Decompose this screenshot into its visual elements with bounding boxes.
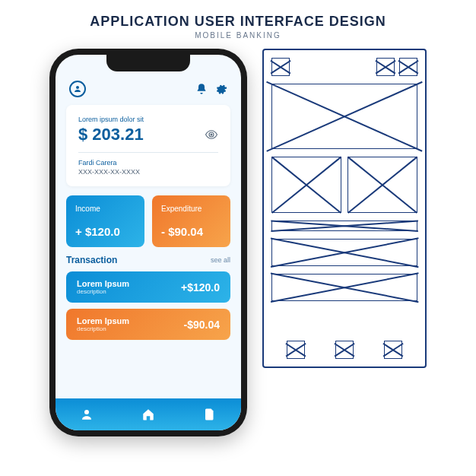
wireframe-box	[287, 341, 305, 359]
expenditure-card[interactable]: Expenditure - $90.04	[152, 195, 230, 247]
wireframe-box	[384, 341, 402, 359]
bottom-nav	[56, 398, 241, 430]
transaction-row[interactable]: Lorem Ipsum description -$90.04	[66, 309, 230, 340]
stats-row: Income + $120.0 Expenditure - $90.04	[66, 195, 230, 247]
income-value: + $120.0	[75, 225, 135, 238]
transaction-name: Lorem Ipsum	[77, 316, 129, 325]
wireframe-box	[271, 157, 341, 213]
transaction-title: Transaction	[66, 255, 117, 265]
nav-document-icon[interactable]	[203, 408, 217, 421]
nav-user-icon[interactable]	[80, 408, 94, 421]
transaction-desc: description	[77, 288, 129, 295]
card-number: XXX-XXX-XX-XXXX	[78, 168, 218, 176]
nav-home-icon[interactable]	[141, 408, 155, 421]
phone-frame: Lorem ipsum dolor sit $ 203.21 Fardi Car…	[49, 49, 247, 436]
heading-subtitle: MOBILE BANKING	[0, 31, 476, 40]
wireframe-box	[271, 239, 417, 266]
transaction-value: +$120.0	[181, 281, 220, 294]
income-card[interactable]: Income + $120.0	[66, 195, 144, 247]
profile-button[interactable]	[69, 81, 86, 97]
wireframe-box	[271, 84, 417, 149]
heading-title: APPLICATION USER INTERFACE DESIGN	[0, 14, 476, 30]
transaction-row[interactable]: Lorem Ipsum description +$120.0	[66, 271, 230, 303]
wireframe-box	[399, 58, 417, 76]
phone-notch	[106, 55, 190, 71]
bell-icon[interactable]	[195, 83, 208, 95]
transaction-desc: description	[77, 325, 129, 332]
card-owner: Fardi Carera	[78, 159, 218, 167]
wireframe-box	[335, 341, 354, 359]
see-all-link[interactable]: see all	[211, 256, 230, 264]
expenditure-value: - $90.04	[161, 225, 221, 238]
eye-icon[interactable]	[205, 128, 218, 141]
expenditure-label: Expenditure	[161, 205, 221, 213]
user-icon	[73, 84, 82, 94]
income-label: Income	[75, 205, 135, 213]
wireframe-box	[271, 274, 417, 301]
balance-label: Lorem ipsum dolor sit	[78, 116, 218, 123]
balance-card: Lorem ipsum dolor sit $ 203.21 Fardi Car…	[66, 105, 230, 186]
wireframe-box	[271, 221, 417, 231]
page-heading: APPLICATION USER INTERFACE DESIGN MOBILE…	[0, 0, 476, 49]
wireframe-box	[347, 157, 417, 213]
wireframe-panel	[262, 49, 427, 368]
balance-amount: $ 203.21	[78, 125, 144, 144]
divider	[78, 152, 218, 153]
svg-point-2	[84, 410, 89, 414]
app-screen: Lorem ipsum dolor sit $ 203.21 Fardi Car…	[56, 55, 241, 430]
wireframe-box	[376, 58, 395, 76]
svg-point-0	[76, 86, 79, 89]
wireframe-box	[271, 58, 290, 76]
transaction-header: Transaction see all	[66, 255, 230, 265]
transaction-value: -$90.04	[184, 319, 220, 331]
transaction-name: Lorem Ipsum	[77, 279, 129, 288]
svg-point-1	[211, 134, 213, 136]
gear-icon[interactable]	[215, 83, 227, 95]
